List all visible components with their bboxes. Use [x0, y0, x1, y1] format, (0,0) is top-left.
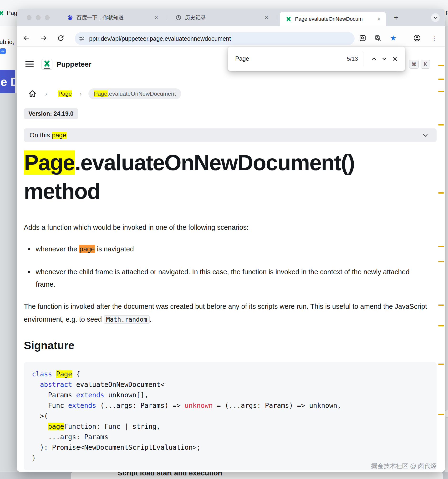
history-clock-icon: [175, 14, 182, 21]
home-breadcrumb-icon[interactable]: [28, 90, 37, 98]
toc-label: On this page: [30, 132, 67, 139]
find-previous-button[interactable]: [369, 53, 379, 64]
intro-paragraph: Adds a function which would be invoked i…: [24, 222, 427, 233]
address-bar[interactable]: pptr.dev/api/puppeteer.page.evaluateonne…: [75, 32, 355, 45]
breadcrumb-separator: ›: [80, 90, 82, 98]
background-heading-fragment: Script load start and execution: [118, 472, 242, 476]
floating-widget-fragment: [445, 410, 448, 418]
chevron-down-icon: [422, 132, 429, 139]
background-favicon-fragment: [0, 10, 4, 16]
tab-baidu[interactable]: 百度一下，你就知道 ×: [61, 9, 163, 26]
traffic-light-close[interactable]: [27, 15, 31, 20]
find-in-page-icon[interactable]: [358, 33, 367, 43]
traffic-light-minimize[interactable]: [36, 15, 41, 20]
kbd-k-key[interactable]: K: [421, 60, 430, 69]
new-tab-button[interactable]: +: [392, 13, 400, 22]
reload-icon: [57, 34, 64, 42]
code-icon-fragment: <>: [0, 48, 6, 54]
puppeteer-logo[interactable]: [41, 59, 53, 70]
tab-title: 百度一下，你就知道: [76, 14, 151, 21]
browser-menu-icon[interactable]: ⋮: [429, 33, 439, 43]
profile-avatar-icon[interactable]: [412, 33, 422, 43]
tab-close-icon[interactable]: ×: [153, 14, 160, 21]
back-button[interactable]: [22, 33, 31, 43]
browser-toolbar: pptr.dev/api/puppeteer.page.evaluateonne…: [17, 26, 445, 47]
magnifier-icon: [359, 34, 366, 42]
star-glyph: ★: [390, 34, 397, 42]
find-match-marker: [438, 414, 444, 415]
find-match-marker: [438, 364, 444, 365]
find-match-marker: [438, 246, 444, 247]
tab-close-icon[interactable]: ×: [375, 16, 382, 22]
docs-page: Puppeteer ⌘ K › Page › Page.evaluateOnNe…: [17, 47, 445, 472]
signature-code: class Page { abstract evaluateOnNewDocum…: [24, 362, 437, 470]
reload-button[interactable]: [56, 33, 66, 43]
find-divider: [363, 52, 363, 66]
background-text-fragment: R: [445, 10, 448, 16]
background-blue-banner: e D: [0, 70, 15, 93]
watermark: 掘金技术社区 @ 卤代烃: [371, 462, 437, 470]
kbd-cmd-key[interactable]: ⌘: [409, 60, 419, 69]
chevron-up-icon: [371, 55, 377, 62]
tab-history[interactable]: 历史记录 ×: [170, 9, 274, 26]
tab-close-icon[interactable]: ×: [263, 14, 270, 21]
baidu-paw-icon: [67, 14, 73, 21]
traffic-light-zoom[interactable]: [45, 15, 50, 20]
url-text[interactable]: pptr.dev/api/puppeteer.page.evaluateonne…: [89, 35, 231, 42]
dots-glyph: ⋮: [431, 34, 438, 42]
list-item: whenever the child frame is attached or …: [24, 266, 429, 290]
find-match-marker: [438, 65, 444, 66]
puppeteer-icon: [285, 16, 292, 22]
tab-strip: 百度一下，你就知道 × 历史记录 × Page.evaluateOnNewDoc…: [17, 9, 445, 26]
translate-icon[interactable]: [373, 33, 383, 43]
active-find-match: page: [79, 245, 95, 253]
find-match-marker: [438, 192, 444, 193]
find-match-marker: [438, 305, 444, 306]
on-this-page-toggle[interactable]: On this page: [24, 128, 437, 142]
forward-arrow-icon: [40, 34, 47, 42]
translate-glyph: [374, 34, 381, 42]
chevron-down-icon: [381, 55, 388, 62]
list-item: whenever the page is navigated: [24, 243, 429, 255]
tab-title: 历史记录: [185, 14, 261, 21]
find-match-marker: [438, 79, 444, 80]
scenario-list: whenever the page is navigated whenever …: [24, 243, 429, 301]
tab-separator: [167, 15, 167, 20]
find-query-input[interactable]: Page: [235, 55, 249, 62]
breadcrumb-page-link[interactable]: Page: [58, 90, 72, 97]
tab-puppeteer-active[interactable]: Page.evaluateOnNewDocum ×: [280, 12, 386, 26]
page-title: Page.evaluateOnNewDocument()method: [24, 148, 431, 206]
background-tab-title-fragment: Pag: [7, 10, 17, 16]
signature-heading: Signature: [24, 339, 74, 352]
sidebar-menu-button[interactable]: [25, 59, 36, 69]
version-badge: Version: 24.19.0: [24, 108, 78, 119]
find-match-marker: [438, 91, 444, 92]
find-bar[interactable]: Page 5/13: [228, 47, 405, 71]
browser-window: 百度一下，你就知道 × 历史记录 × Page.evaluateOnNewDoc…: [17, 9, 445, 472]
find-match-marker: [438, 124, 444, 126]
find-match-marker: [438, 261, 444, 262]
breadcrumb-current: Page.evaluateOnNewDocument: [88, 88, 181, 99]
banner-text-fragment: e D: [0, 75, 15, 89]
site-settings-icon: [79, 35, 85, 42]
find-close-button[interactable]: [390, 53, 400, 64]
bookmark-star-icon[interactable]: ★: [388, 33, 398, 43]
back-arrow-icon: [23, 34, 30, 42]
background-url-fragment: ub.io,: [0, 39, 14, 46]
inline-code: Math.random: [104, 315, 149, 324]
tab-title: Page.evaluateOnNewDocum: [295, 16, 373, 22]
tab-search-button[interactable]: [431, 13, 440, 22]
chevron-down-icon: [433, 15, 438, 20]
find-next-button[interactable]: [379, 53, 390, 64]
find-match-count: 5/13: [347, 55, 358, 62]
description-paragraph: The function is invoked after the docume…: [24, 300, 429, 326]
forward-button[interactable]: [39, 33, 48, 43]
person-icon: [413, 34, 421, 42]
tab-separator: [277, 15, 277, 20]
breadcrumb-separator: ›: [45, 90, 47, 98]
close-icon: [392, 56, 398, 62]
find-match-marker: [438, 325, 444, 326]
brand-title[interactable]: Puppeteer: [56, 60, 92, 68]
background-window-bottom: Script load start and execution: [0, 472, 448, 479]
